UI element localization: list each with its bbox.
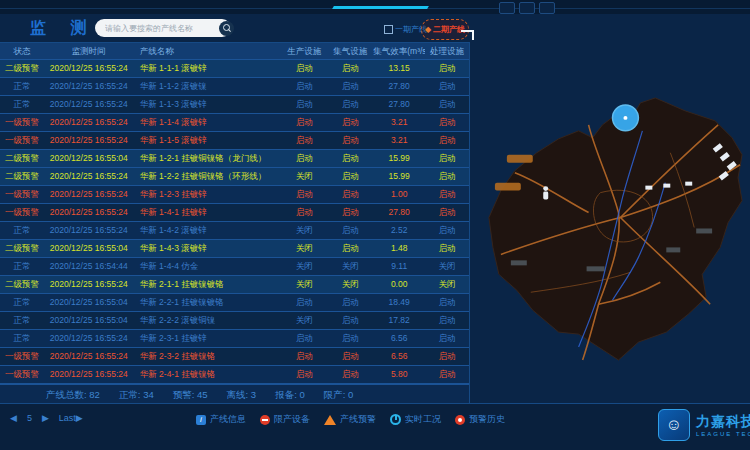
table-row[interactable]: 一级预警2020/12/25 16:55:24华新 1-2-3 挂镀锌启动启动1…: [0, 186, 469, 204]
checkbox-icon[interactable]: [384, 25, 393, 34]
cell-prod: 关闭: [281, 258, 327, 275]
cell-status: 二级预警: [0, 60, 44, 77]
legend-item[interactable]: 实时工况: [390, 413, 441, 426]
cell-status: 二级预警: [0, 276, 44, 293]
legend-label: 预警历史: [469, 413, 505, 426]
cell-prod: 启动: [281, 330, 327, 347]
cell-gas: 启动: [327, 294, 373, 311]
table-row[interactable]: 二级预警2020/12/25 16:55:04华新 1-4-3 滚镀锌关闭启动1…: [0, 240, 469, 258]
column-header: 集气效率(m³/s): [373, 43, 425, 59]
cell-treat: 启动: [425, 366, 469, 383]
table-row[interactable]: 二级预警2020/12/25 16:55:04华新 1-2-1 挂镀铜镍铬（龙门…: [0, 150, 469, 168]
cell-status: 一级预警: [0, 186, 44, 203]
cell-name: 华新 1-2-2 挂镀铜镍铬（环形线）: [134, 168, 282, 185]
cell-name: 华新 2-3-1 挂镀锌: [134, 330, 282, 347]
cell-time: 2020/12/25 16:55:24: [44, 366, 134, 383]
cell-treat: 启动: [425, 222, 469, 239]
cell-status: 一级预警: [0, 348, 44, 365]
pagination-button[interactable]: 5: [27, 413, 32, 423]
cell-time: 2020/12/25 16:55:24: [44, 276, 134, 293]
cell-prod: 启动: [281, 186, 327, 203]
table-row[interactable]: 正常2020/12/25 16:54:44华新 1-4-4 仿金关闭关闭9.11…: [0, 258, 469, 276]
table-row[interactable]: 一级预警2020/12/25 16:55:24华新 2-3-2 挂镀镍铬启动启动…: [0, 348, 469, 366]
table-row[interactable]: 正常2020/12/25 16:55:24华新 1-1-2 滚镀镍启动启动27.…: [0, 78, 469, 96]
cell-status: 二级预警: [0, 240, 44, 257]
cell-name: 华新 2-2-2 滚镀铜镍: [134, 312, 282, 329]
legend-item[interactable]: 限产设备: [260, 413, 310, 426]
cell-prod: 启动: [281, 348, 327, 365]
cell-eff: 17.82: [373, 312, 425, 329]
legend-item[interactable]: 产线信息: [196, 413, 246, 426]
legend: 产线信息限产设备产线预警实时工况预警历史: [196, 413, 505, 426]
cell-time: 2020/12/25 16:55:24: [44, 348, 134, 365]
cell-gas: 关闭: [327, 276, 373, 293]
top-decoration-bar: [0, 0, 750, 14]
cell-prod: 启动: [281, 114, 327, 131]
table-row[interactable]: 一级预警2020/12/25 16:55:24华新 1-4-1 挂镀锌启动启动2…: [0, 204, 469, 222]
cell-name: 华新 2-1-1 挂镀镍镀铬: [134, 276, 282, 293]
cell-time: 2020/12/25 16:55:24: [44, 60, 134, 77]
cell-time: 2020/12/25 16:54:44: [44, 258, 134, 275]
table-row[interactable]: 二级预警2020/12/25 16:55:24华新 2-1-1 挂镀镍镀铬关闭关…: [0, 276, 469, 294]
table-row[interactable]: 正常2020/12/25 16:55:04华新 2-2-1 挂镀镍镀铬启动启动1…: [0, 294, 469, 312]
cell-eff: 6.56: [373, 330, 425, 347]
info-icon: [196, 415, 206, 425]
table-header-row: 状态监测时间产线名称生产设施集气设施集气效率(m³/s)处理设施: [0, 43, 469, 60]
cell-prod: 启动: [281, 294, 327, 311]
map-panel[interactable]: [471, 42, 750, 403]
phase2-icon: ◆: [425, 26, 431, 34]
cell-eff: 1.00: [373, 186, 425, 203]
legend-label: 限产设备: [274, 413, 310, 426]
accent-line: [332, 6, 429, 9]
cell-name: 华新 2-2-1 挂镀镍镀铬: [134, 294, 282, 311]
cell-gas: 关闭: [327, 258, 373, 275]
table-row[interactable]: 正常2020/12/25 16:55:24华新 1-1-3 滚镀锌启动启动27.…: [0, 96, 469, 114]
cell-gas: 启动: [327, 96, 373, 113]
map-marker[interactable]: [612, 105, 638, 131]
page-title: 监 测: [30, 18, 96, 39]
cell-name: 华新 1-4-1 挂镀锌: [134, 204, 282, 221]
legend-item[interactable]: 产线预警: [324, 413, 376, 426]
table-row[interactable]: 一级预警2020/12/25 16:55:24华新 1-1-4 滚镀锌启动启动3…: [0, 114, 469, 132]
cell-time: 2020/12/25 16:55:04: [44, 240, 134, 257]
pagination-button[interactable]: ◀: [10, 413, 17, 423]
table-row[interactable]: 一级预警2020/12/25 16:55:24华新 1-1-5 滚镀锌启动启动3…: [0, 132, 469, 150]
cell-prod: 启动: [281, 204, 327, 221]
header: 监 测 一期产线 ◆ 二期产线: [0, 14, 750, 42]
cell-eff: 5.80: [373, 366, 425, 383]
summary-item: 产线总数: 82: [46, 389, 100, 402]
cell-time: 2020/12/25 16:55:04: [44, 150, 134, 167]
table-row[interactable]: 正常2020/12/25 16:55:24华新 1-4-2 滚镀锌关闭启动2.5…: [0, 222, 469, 240]
pagination-button[interactable]: ▶: [42, 413, 49, 423]
table-body: 二级预警2020/12/25 16:55:24华新 1-1-1 滚镀锌启动启动1…: [0, 60, 469, 384]
table-row[interactable]: 二级预警2020/12/25 16:55:24华新 1-1-1 滚镀锌启动启动1…: [0, 60, 469, 78]
cell-prod: 启动: [281, 132, 327, 149]
search-icon[interactable]: [219, 21, 234, 36]
cell-eff: 27.80: [373, 96, 425, 113]
legend-item[interactable]: 预警历史: [455, 413, 505, 426]
cell-status: 一级预警: [0, 204, 44, 221]
cell-name: 华新 1-1-1 滚镀锌: [134, 60, 282, 77]
search-box[interactable]: [95, 19, 231, 37]
cell-eff: 6.56: [373, 348, 425, 365]
cell-treat: 启动: [425, 168, 469, 185]
cell-time: 2020/12/25 16:55:24: [44, 222, 134, 239]
table-row[interactable]: 二级预警2020/12/25 16:55:24华新 1-2-2 挂镀铜镍铬（环形…: [0, 168, 469, 186]
search-input[interactable]: [95, 24, 219, 33]
table-row[interactable]: 正常2020/12/25 16:55:04华新 2-2-2 滚镀铜镍关闭启动17…: [0, 312, 469, 330]
table-row[interactable]: 一级预警2020/12/25 16:55:24华新 2-4-1 挂镀镍铬启动启动…: [0, 366, 469, 384]
column-header: 监测时间: [44, 43, 134, 59]
cell-time: 2020/12/25 16:55:24: [44, 132, 134, 149]
cell-treat: 启动: [425, 348, 469, 365]
cell-eff: 27.80: [373, 204, 425, 221]
pagination-button[interactable]: Last▶: [59, 413, 83, 423]
table-row[interactable]: 正常2020/12/25 16:55:24华新 2-3-1 挂镀锌启动启动6.5…: [0, 330, 469, 348]
monitoring-table: 状态监测时间产线名称生产设施集气设施集气效率(m³/s)处理设施 二级预警202…: [0, 42, 470, 403]
cell-time: 2020/12/25 16:55:24: [44, 204, 134, 221]
cell-name: 华新 1-2-1 挂镀铜镍铬（龙门线）: [134, 150, 282, 167]
legend-label: 产线预警: [340, 413, 376, 426]
summary-bar: 产线总数: 82正常: 34预警: 45离线: 3报备: 0限产: 0: [0, 384, 469, 405]
cell-treat: 启动: [425, 240, 469, 257]
cell-gas: 启动: [327, 168, 373, 185]
cell-gas: 启动: [327, 240, 373, 257]
